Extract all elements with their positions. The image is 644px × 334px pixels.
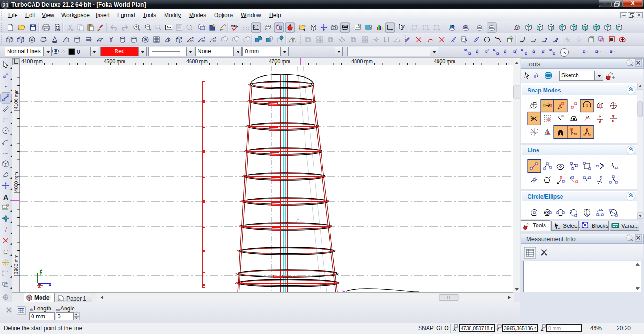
svg-text:4000 mm: 4000 mm — [14, 172, 19, 192]
svg-text:X: X — [453, 327, 456, 332]
svg-text:4600 mm: 4600 mm — [186, 58, 208, 64]
svg-text:3D: 3D — [190, 40, 194, 42]
svg-text:21: 21 — [2, 2, 8, 8]
svg-text:3900 mm: 3900 mm — [14, 254, 19, 274]
svg-text:4500 mm: 4500 mm — [104, 58, 125, 64]
svg-text:4800 mm: 4800 mm — [351, 58, 373, 64]
svg-text:3D: 3D — [201, 40, 205, 42]
svg-text:A: A — [3, 193, 8, 201]
svg-text:x: x — [529, 107, 531, 109]
svg-text:4400 mm: 4400 mm — [21, 58, 43, 64]
svg-text:Z: Z — [541, 327, 544, 332]
svg-text:3D: 3D — [213, 40, 216, 42]
svg-text:4100 mm: 4100 mm — [14, 89, 19, 109]
svg-text:Y: Y — [536, 101, 537, 104]
svg-text:4900 mm: 4900 mm — [434, 58, 455, 64]
svg-text:Y: Y — [496, 327, 499, 332]
svg-text:x: x — [48, 280, 52, 288]
svg-text:4700 mm: 4700 mm — [269, 58, 290, 64]
